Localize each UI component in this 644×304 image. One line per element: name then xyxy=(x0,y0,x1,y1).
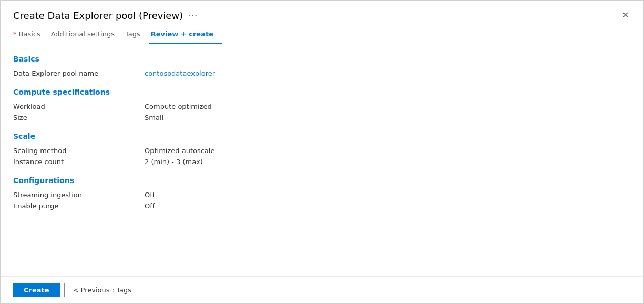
scale-section-title: Scale xyxy=(13,132,631,140)
compute-section-title: Compute specifications xyxy=(13,88,631,96)
field-value-scaling-method: Optimized autoscale xyxy=(145,147,214,155)
tab-review-create[interactable]: Review + create xyxy=(149,26,222,44)
field-label-instance-count: Instance count xyxy=(13,158,145,166)
tab-bar: *Basics Additional settings Tags Review … xyxy=(1,26,643,44)
field-value-size: Small xyxy=(145,114,163,121)
field-label-enable-purge: Enable purge xyxy=(13,202,145,210)
field-size: Size Small xyxy=(13,114,631,121)
tab-asterisk-basics: * xyxy=(13,30,17,38)
close-button[interactable]: ✕ xyxy=(620,9,631,22)
content-area: Basics Data Explorer pool name contosoda… xyxy=(1,44,643,276)
tab-additional-settings[interactable]: Additional settings xyxy=(49,26,123,44)
field-value-enable-purge: Off xyxy=(145,202,155,210)
dialog-footer: Create < Previous : Tags xyxy=(1,276,643,303)
previous-button[interactable]: < Previous : Tags xyxy=(64,283,140,297)
field-value-instance-count: 2 (min) - 3 (max) xyxy=(145,158,203,166)
field-label-streaming-ingestion: Streaming ingestion xyxy=(13,191,145,199)
title-text: Create Data Explorer pool (Preview) xyxy=(13,10,183,21)
field-instance-count: Instance count 2 (min) - 3 (max) xyxy=(13,158,631,166)
field-scaling-method: Scaling method Optimized autoscale xyxy=(13,147,631,155)
configurations-section: Configurations Streaming ingestion Off E… xyxy=(13,176,631,210)
field-label-scaling-method: Scaling method xyxy=(13,147,145,155)
field-label-size: Size xyxy=(13,114,145,121)
field-value-workload: Compute optimized xyxy=(145,103,212,110)
field-streaming-ingestion: Streaming ingestion Off xyxy=(13,191,631,199)
field-label-workload: Workload xyxy=(13,103,145,110)
create-button[interactable]: Create xyxy=(13,283,60,297)
field-value-pool-name[interactable]: contosodataexplorer xyxy=(145,69,215,77)
field-value-streaming-ingestion: Off xyxy=(145,191,155,199)
field-enable-purge: Enable purge Off xyxy=(13,202,631,210)
tab-basics[interactable]: *Basics xyxy=(13,26,49,44)
field-workload: Workload Compute optimized xyxy=(13,103,631,110)
compute-section: Compute specifications Workload Compute … xyxy=(13,88,631,121)
configurations-section-title: Configurations xyxy=(13,176,631,185)
basics-section-title: Basics xyxy=(13,55,631,63)
basics-section: Basics Data Explorer pool name contosoda… xyxy=(13,55,631,77)
create-dialog: Create Data Explorer pool (Preview) ··· … xyxy=(0,0,644,304)
dialog-header: Create Data Explorer pool (Preview) ··· … xyxy=(1,1,643,26)
scale-section: Scale Scaling method Optimized autoscale… xyxy=(13,132,631,166)
field-label-pool-name: Data Explorer pool name xyxy=(13,69,145,77)
ellipsis-menu[interactable]: ··· xyxy=(188,10,197,21)
field-pool-name: Data Explorer pool name contosodataexplo… xyxy=(13,69,631,77)
tab-tags[interactable]: Tags xyxy=(123,26,149,44)
dialog-title: Create Data Explorer pool (Preview) ··· xyxy=(13,10,197,21)
